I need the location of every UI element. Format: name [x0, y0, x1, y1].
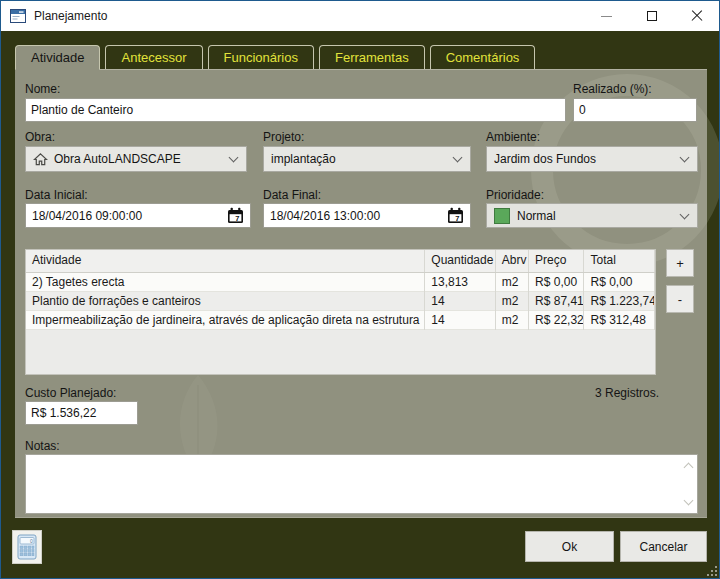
table-cell: R$ 1.223,74 [584, 291, 655, 310]
calendar-icon: 7 [227, 207, 244, 224]
ambiente-value: Jardim dos Fundos [494, 152, 675, 166]
table-cell: 14 [425, 291, 496, 310]
activity-table: Atividade Quantidade Abrv Preço Total 2)… [25, 249, 656, 375]
col-quantidade[interactable]: Quantidade [425, 250, 496, 272]
table-cell: Plantio de forrações e canteiros [26, 291, 425, 310]
tab-funcionarios[interactable]: Funcionários [208, 45, 314, 69]
ok-button[interactable]: Ok [525, 531, 614, 562]
tab-atividade[interactable]: Atividade [15, 45, 100, 69]
chevron-down-icon [680, 209, 690, 219]
table-cell: R$ 22,32 [529, 310, 584, 329]
add-activity-button[interactable]: + [666, 249, 694, 277]
prioridade-dropdown[interactable]: Normal [486, 203, 698, 228]
obra-label: Obra: [25, 130, 55, 144]
planejamento-dialog: Planejamento Atividade Antecessor Funcio… [0, 0, 720, 579]
minimize-button[interactable] [584, 1, 629, 31]
table-cell: R$ 87,41 [529, 291, 584, 310]
col-preco[interactable]: Preço [529, 250, 584, 272]
nome-input[interactable] [25, 98, 566, 122]
data-inicial-value: 18/04/2016 09:00:00 [32, 209, 227, 223]
remove-activity-button[interactable]: - [666, 285, 694, 313]
records-count: 3 Registros. [595, 386, 659, 400]
window-title: Planejamento [34, 9, 107, 23]
calendar-icon: 7 [447, 207, 464, 224]
svg-text:0: 0 [30, 538, 33, 544]
prioridade-label: Prioridade: [486, 188, 544, 202]
chevron-down-icon [229, 153, 239, 163]
prioridade-value: Normal [517, 209, 675, 223]
table-cell: 14 [425, 310, 496, 329]
table-header-row: Atividade Quantidade Abrv Preço Total [26, 250, 655, 272]
realizado-label: Realizado (%): [573, 82, 652, 96]
notas-label: Notas: [25, 439, 60, 453]
realizado-input[interactable] [573, 98, 697, 122]
table-cell: R$ 312,48 [584, 310, 655, 329]
chevron-down-icon [680, 153, 690, 163]
data-inicial-input[interactable]: 18/04/2016 09:00:00 7 [25, 203, 251, 228]
projeto-value: implantação [271, 152, 448, 166]
projeto-dropdown[interactable]: implantação [263, 146, 471, 172]
col-atividade[interactable]: Atividade [26, 250, 425, 272]
notas-field [25, 454, 698, 514]
data-final-input[interactable]: 18/04/2016 13:00:00 7 [263, 203, 471, 228]
table-cell: m2 [495, 310, 528, 329]
close-button[interactable] [674, 1, 719, 31]
nome-label: Nome: [25, 82, 60, 96]
ambiente-dropdown[interactable]: Jardim dos Fundos [486, 146, 698, 172]
cancel-button[interactable]: Cancelar [620, 531, 707, 562]
table-cell: 13,813 [425, 272, 496, 291]
table-cell: m2 [495, 291, 528, 310]
chevron-down-icon [453, 153, 463, 163]
notas-textarea[interactable] [26, 455, 697, 513]
table-row[interactable]: Plantio de forrações e canteiros14m2R$ 8… [26, 291, 655, 310]
house-icon [33, 152, 48, 167]
table-row[interactable]: Impermeabilização de jardineira, através… [26, 310, 655, 329]
calculator-button[interactable]: 0 [12, 530, 42, 564]
table-cell: 2) Tagetes erecta [26, 272, 425, 291]
custo-label: Custo Planejado: [25, 386, 116, 400]
activity-table-body: 2) Tagetes erecta13,813m2R$ 0,00R$ 0,00P… [26, 272, 655, 329]
data-inicial-label: Data Inicial: [25, 188, 88, 202]
tab-antecessor[interactable]: Antecessor [105, 45, 202, 69]
table-cell: R$ 0,00 [529, 272, 584, 291]
ambiente-label: Ambiente: [486, 130, 540, 144]
tab-comentarios[interactable]: Comentários [430, 45, 536, 69]
close-icon [691, 10, 703, 22]
obra-value: Obra AutoLANDSCAPE [54, 152, 224, 166]
minimize-icon [601, 16, 612, 17]
svg-text:7: 7 [235, 214, 239, 223]
table-cell: R$ 0,00 [584, 272, 655, 291]
table-row[interactable]: 2) Tagetes erecta13,813m2R$ 0,00R$ 0,00 [26, 272, 655, 291]
custo-input[interactable] [25, 401, 138, 425]
svg-text:7: 7 [455, 214, 459, 223]
col-total[interactable]: Total [584, 250, 655, 272]
projeto-label: Projeto: [263, 130, 304, 144]
col-abrv[interactable]: Abrv [495, 250, 528, 272]
table-cell: m2 [495, 272, 528, 291]
tab-ferramentas[interactable]: Ferramentas [319, 45, 425, 69]
data-final-label: Data Final: [263, 188, 321, 202]
tab-bar: Atividade Antecessor Funcionários Ferram… [15, 45, 535, 69]
data-final-value: 18/04/2016 13:00:00 [270, 209, 447, 223]
atividade-panel: Nome: Realizado (%): Obra: Obra AutoLAND… [15, 69, 707, 518]
titlebar: Planejamento [1, 1, 719, 31]
obra-dropdown[interactable]: Obra AutoLANDSCAPE [25, 146, 247, 172]
maximize-button[interactable] [629, 1, 674, 31]
table-cell: Impermeabilização de jardineira, através… [26, 310, 425, 329]
maximize-icon [647, 11, 657, 21]
resize-grip[interactable] [704, 563, 717, 576]
app-icon [10, 8, 26, 24]
priority-swatch [494, 208, 510, 224]
calculator-icon: 0 [17, 534, 37, 560]
